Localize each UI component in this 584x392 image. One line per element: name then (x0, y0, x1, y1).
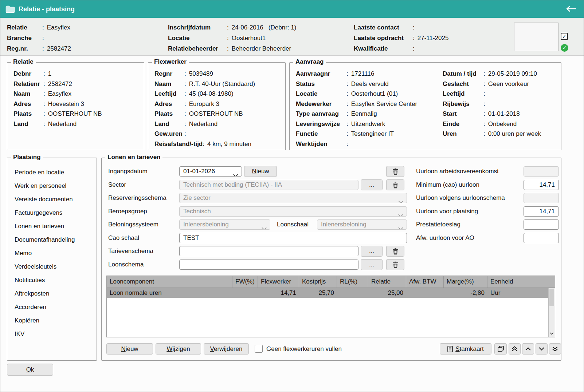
field-label: Reisafstand/-tijd (154, 139, 203, 149)
aanvraag-left-fields: Aanvraagnr1721116 StatusDeels vervuld Lo… (296, 69, 417, 149)
plaatsing-item-lonen-en-tarieven[interactable]: Lonen en tarieven (15, 219, 75, 233)
loonschema-browse-button[interactable]: ... (361, 259, 383, 270)
field-row: PlaatsOOSTERHOUT NB (154, 109, 255, 119)
verwijderen-button[interactable]: Verwijderen (204, 343, 249, 355)
plaatsing-item-memo[interactable]: Memo (15, 246, 75, 260)
col-flexwerker: Flexwerker (258, 276, 299, 288)
move-up-button[interactable] (522, 343, 534, 355)
cell-eenheid: Uur (487, 288, 548, 298)
beloningssysteem-select: Inlenersbeloning (179, 219, 270, 230)
plaatsing-item-periode-en-locatie[interactable]: Periode en locatie (15, 166, 75, 179)
tarievenschema-label: Tarievenschema (108, 246, 153, 256)
plaatsing-item-aftrekposten[interactable]: Aftrekposten (15, 287, 75, 300)
plaatsing-item-ikv[interactable]: IKV (15, 327, 75, 341)
move-top-button[interactable] (509, 343, 521, 355)
plaatsing-item-verdeelsleutels[interactable]: Verdeelsleutels (15, 260, 75, 273)
uurloon-volgens-uurloonschema-label: Uurloon volgens uurloonschema (416, 193, 505, 203)
field-label: Naam (154, 79, 184, 89)
beloningssysteem-label: Beloningssysteem (108, 219, 158, 230)
prestatietoeslag-input[interactable] (524, 219, 559, 230)
nieuw-ingangsdatum-button[interactable]: Nieuw (244, 166, 277, 177)
plaatsing-item-vereiste-documenten[interactable]: Vereiste documenten (15, 193, 75, 206)
field-row: NaamR.T. 40-Uur (Standaard) (154, 79, 255, 89)
button-label: Verwijderen (210, 345, 243, 353)
scrollbar-thumb[interactable] (549, 289, 554, 306)
plaatsing-item-documentafhandeling[interactable]: Documentafhandeling (15, 233, 75, 246)
field-row: Rijbewijs (443, 99, 541, 109)
field-label: Status (296, 79, 346, 89)
field-label: Relatienr (13, 79, 43, 89)
reserveringsschema-select: Zie sector (179, 193, 407, 203)
field-row: NaamEasyflex (13, 89, 102, 99)
field-value: Geen voorkeur (488, 80, 529, 87)
field-row: AdresHoevestein 3 (13, 99, 102, 109)
delete-tarievenschema-button[interactable] (386, 246, 404, 257)
field-value: Testengineer IT (351, 130, 394, 137)
col-fw-pct: FW(%) (232, 276, 258, 288)
move-down-button[interactable] (536, 343, 548, 355)
wijzigen-button[interactable]: Wijzigen (156, 343, 201, 355)
plaatsing-item-kopieren[interactable]: Kopiëren (15, 314, 75, 327)
uurloon-arbeidsovereenkomst-input (524, 166, 559, 177)
table-row[interactable]: Loon normale uren 14,71 25,70 25,00 -2,8… (107, 288, 548, 298)
table-scrollbar[interactable] (548, 288, 555, 337)
afw-uurloon-voor-ao-input[interactable] (524, 233, 559, 243)
delete-sector-button[interactable] (386, 179, 404, 190)
ingangsdatum-select[interactable]: 01-01-2026 (179, 166, 242, 177)
uurloon-volgens-uurloonschema-input (524, 193, 559, 203)
reserveringsschema-value: Zie sector (183, 194, 211, 201)
loonschema-input[interactable] (179, 260, 358, 270)
col-rl-pct: RL(%) (337, 276, 368, 288)
trash-icon (392, 248, 399, 255)
back-button[interactable] (563, 4, 579, 15)
field-label: Uren (443, 129, 483, 139)
field-row: LandNederland (13, 119, 102, 129)
double-chevron-down-icon (552, 346, 558, 352)
field-row: FunctieTestengineer IT (296, 129, 417, 139)
plaatsing-item-notificaties[interactable]: Notificaties (15, 273, 75, 287)
field-label: Laatste opdracht (354, 33, 413, 43)
ok-button[interactable]: Ok (7, 364, 53, 376)
chevron-up-icon (525, 347, 531, 351)
sector-browse-button[interactable]: ... (361, 179, 383, 190)
geen-flexwerkeruren-checkbox[interactable] (255, 345, 263, 353)
minimum-cao-uurloon-input[interactable] (524, 180, 559, 190)
loonschaal-value: Inlenersbeloning (321, 221, 367, 228)
move-bottom-button[interactable] (549, 343, 561, 355)
plaatsing-item-werk-en-personeel[interactable]: Werk en personeel (15, 179, 75, 193)
field-row: RelatieEasyflex (7, 22, 71, 33)
uurloon-voor-plaatsing-input[interactable] (524, 206, 559, 217)
check-icon: ✓ (563, 45, 567, 51)
uurloon-voor-plaatsing-label: Uurloon voor plaatsing (416, 206, 478, 217)
delete-loonschema-button[interactable] (386, 259, 404, 270)
loonschema-label: Loonschema (108, 260, 144, 270)
back-arrow-icon (565, 5, 576, 12)
field-label: Laatste contact (354, 22, 413, 33)
nieuw-button[interactable]: Nieuw (106, 343, 153, 355)
field-value: 01-01-2018 (488, 110, 520, 117)
header-col-inschrijving: Inschrijfdatum24-06-2016 (Debnr: 1) Loca… (168, 22, 296, 54)
cao-schaal-input[interactable] (179, 233, 407, 243)
scrollbar-down-button[interactable] (549, 330, 554, 337)
lonen-en-tarieven-panel: Lonen en tarieven Ingangsdatum 01-01-202… (101, 158, 561, 361)
window-title: Relatie - plaatsing (19, 5, 75, 13)
beroepsgroep-value: Technisch (183, 208, 211, 215)
stamkaart-button[interactable]: Stamkaart (440, 343, 491, 355)
copy-button[interactable] (494, 343, 507, 355)
field-row: Datum / tijd29-05-2019 09:10 (443, 69, 541, 79)
field-value: Easyflex (47, 24, 70, 31)
delete-ingangsdatum-button[interactable] (386, 166, 404, 177)
header-checkbox[interactable]: ✓ (561, 33, 568, 40)
button-label: Nieuw (121, 345, 138, 353)
field-row: Aanvraagnr1721116 (296, 69, 417, 79)
field-row: Regnr5039489 (154, 69, 255, 79)
tarievenschema-browse-button[interactable]: ... (361, 246, 383, 257)
titlebar: Relatie - plaatsing (0, 0, 584, 18)
tarievenschema-input[interactable] (179, 246, 358, 256)
uurloon-arbeidsovereenkomst-label: Uurloon arbeidsovereenkomst (416, 166, 499, 177)
field-value: Nederland (189, 120, 217, 127)
relatie-legend: Relatie (11, 58, 36, 66)
plaatsing-item-accorderen[interactable]: Accorderen (15, 300, 75, 314)
cell-kostprijs: 25,70 (299, 288, 337, 298)
plaatsing-item-factuurgegevens[interactable]: Factuurgegevens (15, 206, 75, 219)
